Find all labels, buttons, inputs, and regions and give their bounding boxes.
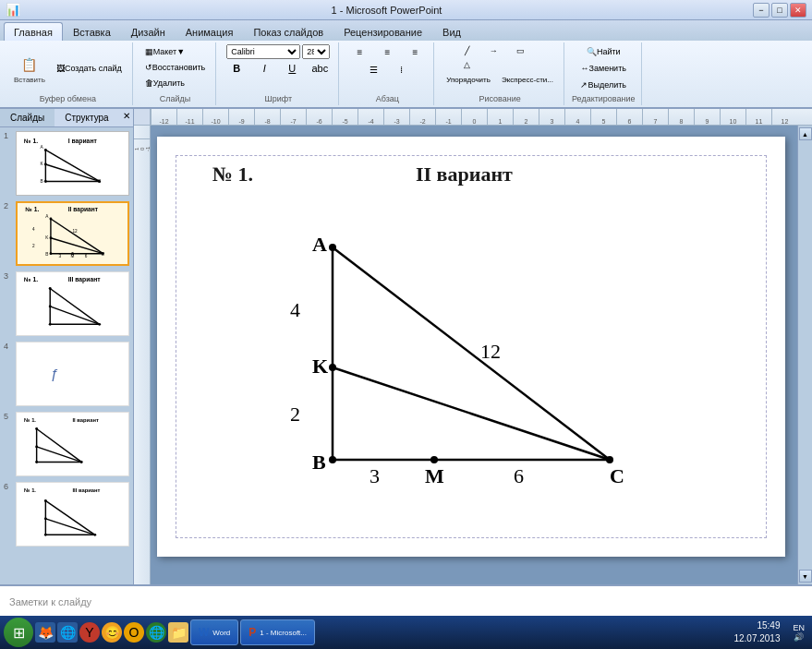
italic-button[interactable]: I (251, 60, 277, 77)
tab-view[interactable]: Вид (432, 22, 471, 41)
slides-tabs-bar: Слайды Структура ✕ (0, 109, 133, 127)
slide-item-3[interactable]: 3 № 1. III вариант (4, 271, 129, 336)
replace-button[interactable]: ↔ Заменить (576, 61, 631, 76)
slide-item-2[interactable]: 2 № 1. II вариант (4, 201, 129, 266)
svg-point-8 (44, 180, 47, 183)
slide-diagram: A K B M C 4 12 2 3 6 (212, 210, 730, 524)
volume-icon[interactable]: 🔊 (794, 632, 804, 642)
align-left-button[interactable]: ≡ (346, 44, 372, 60)
group-font: Calibri 28 B I U abc Шрифт (218, 42, 339, 105)
slides-list: 1 № 1. I вариант (0, 127, 133, 584)
taskbar-word-button[interactable]: W Word (190, 619, 238, 645)
clipboard-label: Буфер обмена (40, 94, 96, 103)
taskbar-browser1[interactable]: 🦊 (35, 622, 55, 643)
maximize-button[interactable]: □ (771, 3, 788, 18)
svg-point-74 (606, 456, 613, 463)
tab-outline[interactable]: Структура (55, 109, 118, 126)
font-size-select[interactable]: 28 (302, 44, 330, 59)
slide-canvas[interactable]: № 1. II вариант (157, 137, 785, 557)
svg-point-6 (44, 149, 47, 151)
svg-text:B: B (45, 253, 48, 258)
tab-home[interactable]: Главная (4, 22, 63, 41)
reset-button[interactable]: ↺ Восстановить (140, 60, 211, 75)
slide-variant: II вариант (416, 162, 513, 186)
tab-design[interactable]: Дизайн (121, 22, 176, 41)
arrow-tool[interactable]: → (480, 44, 506, 57)
tab-slides[interactable]: Слайды (0, 109, 55, 126)
close-button[interactable]: ✕ (790, 3, 806, 18)
rect-tool[interactable]: ▭ (507, 44, 533, 57)
replace-icon: ↔ (581, 64, 589, 73)
svg-text:K: K (45, 235, 49, 240)
tab-insert[interactable]: Вставка (63, 22, 121, 41)
svg-text:III вариант: III вариант (68, 276, 102, 283)
font-family-select[interactable]: Calibri (226, 44, 300, 59)
taskbar-clock: 15:49 12.07.2013 (733, 619, 783, 645)
svg-text:C: C (102, 253, 105, 258)
scroll-down-button[interactable]: ▼ (799, 570, 812, 583)
bold-button[interactable]: B (224, 60, 249, 77)
scroll-right[interactable]: ▲ ▼ (797, 126, 812, 584)
taskbar-smiley[interactable]: 😊 (102, 622, 122, 643)
ribbon-content: 📋 Вставить 🖼 Создать слайд Буфер обмена … (0, 41, 812, 107)
delete-button[interactable]: 🗑 Удалить (140, 76, 189, 90)
taskbar-browser2[interactable]: 🌐 (57, 622, 78, 643)
slide-item-4[interactable]: 4 ƒ (4, 342, 129, 406)
tab-slideshow[interactable]: Показ слайдов (243, 22, 333, 41)
select-button[interactable]: ↗ Выделить (576, 78, 631, 92)
window-controls[interactable]: − □ ✕ (753, 3, 806, 18)
columns-button[interactable]: ⁞ (388, 62, 414, 78)
quick-styles-button[interactable]: Экспресс-сти... (497, 73, 558, 87)
layout-button[interactable]: ▦ Макет▼ (140, 44, 189, 59)
taskbar: ⊞ 🦊 🌐 Y 😊 О 🌐 📁 W Word P 1 - Microsoft..… (0, 616, 812, 649)
group-editing: 🔍 Найти ↔ Заменить ↗ Выделить Редактиров… (566, 42, 642, 105)
arrange-button[interactable]: Упорядочить (442, 73, 495, 87)
svg-point-21 (50, 236, 53, 239)
svg-line-60 (45, 500, 94, 535)
slide-item-6[interactable]: 6 № 1. III вариант (4, 482, 129, 547)
slides-label: Слайды (160, 94, 191, 103)
taskbar-systray: EN 🔊 (789, 623, 808, 642)
slide-item-5[interactable]: 5 № 1. II вариант (4, 412, 129, 476)
label-M: M (425, 464, 444, 487)
language-indicator[interactable]: EN (793, 623, 805, 632)
find-button[interactable]: 🔍 Найти (582, 44, 625, 59)
svg-text:12: 12 (73, 229, 79, 234)
svg-text:6: 6 (85, 254, 88, 258)
svg-point-63 (44, 517, 47, 520)
taskbar-yandex[interactable]: Y (79, 622, 100, 643)
strikethrough-button[interactable]: abc (307, 60, 333, 77)
taskbar-chrome[interactable]: 🌐 (146, 622, 166, 643)
clock-time: 15:49 (733, 619, 780, 632)
slide-editing-area: -12 -11 -10 -9 -8 -7 -6 -5 -4 -3 -2 -1 0… (134, 109, 812, 584)
paste-button[interactable]: 📋 Вставить (9, 51, 50, 87)
bullets-button[interactable]: ☰ (360, 62, 386, 78)
reset-icon: ↺ (145, 63, 152, 72)
slide-canvas-container[interactable]: № 1. II вариант (151, 126, 797, 584)
panel-close-button[interactable]: ✕ (119, 109, 134, 126)
label-C: C (610, 464, 624, 487)
svg-text:II вариант: II вариант (68, 206, 99, 213)
new-slide-button[interactable]: 🖼 Создать слайд (52, 61, 127, 76)
svg-text:№ 1.: № 1. (24, 276, 38, 282)
svg-text:4: 4 (32, 227, 35, 232)
line-tool[interactable]: ╱ (454, 44, 479, 57)
minimize-button[interactable]: − (753, 3, 770, 18)
underline-button[interactable]: U (279, 60, 305, 77)
taskbar-ok[interactable]: О (124, 622, 144, 643)
svg-text:III вариант: III вариант (73, 487, 101, 493)
scroll-up-button[interactable]: ▲ (799, 127, 812, 140)
tab-review[interactable]: Рецензирование (333, 22, 432, 41)
notes-area[interactable]: Заметки к слайду (0, 584, 812, 618)
number-2: 2 (290, 403, 300, 426)
number-6: 6 (514, 464, 524, 487)
taskbar-explorer[interactable]: 📁 (168, 622, 188, 643)
label-B: B (312, 451, 326, 474)
align-right-button[interactable]: ≡ (402, 44, 428, 60)
slide-item-1[interactable]: 1 № 1. I вариант (4, 131, 129, 196)
triangle-tool[interactable]: △ (454, 58, 479, 71)
align-center-button[interactable]: ≡ (374, 44, 400, 60)
start-button[interactable]: ⊞ (4, 618, 33, 647)
tab-animation[interactable]: Анимация (176, 22, 244, 41)
taskbar-powerpoint-button[interactable]: P 1 - Microsoft... (240, 619, 315, 645)
